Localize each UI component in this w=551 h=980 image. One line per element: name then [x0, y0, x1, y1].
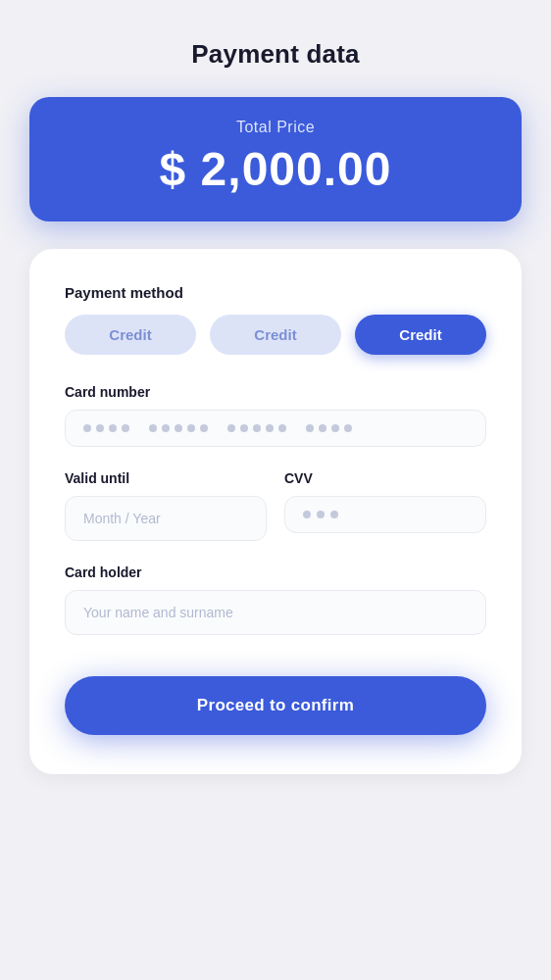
dot — [109, 424, 117, 432]
card-dots-group4 — [306, 424, 352, 432]
dot — [319, 424, 326, 432]
dot — [83, 424, 91, 432]
card-number-label: Card number — [65, 384, 486, 400]
payment-method-row: Credit Credit Credit — [65, 315, 486, 355]
method-button-credit3[interactable]: Credit — [355, 315, 486, 355]
page-title: Payment data — [191, 39, 359, 70]
method-button-credit1[interactable]: Credit — [65, 315, 196, 355]
dot — [96, 424, 104, 432]
dot — [306, 424, 314, 432]
total-price-label: Total Price — [59, 119, 492, 136]
dot — [330, 511, 338, 518]
card-number-dots[interactable] — [65, 410, 486, 447]
payment-method-label: Payment method — [65, 284, 486, 301]
dot — [149, 424, 157, 432]
dot — [303, 511, 311, 518]
card-number-field-group: Card number — [65, 384, 486, 447]
card-dots-group3 — [227, 424, 286, 432]
dot — [200, 424, 208, 432]
valid-cvv-row: Valid until CVV — [65, 470, 486, 564]
valid-until-field-group: Valid until — [65, 470, 267, 541]
dot — [278, 424, 286, 432]
card-holder-field-group: Card holder — [65, 564, 486, 635]
dot — [317, 511, 325, 518]
dot — [344, 424, 352, 432]
card-holder-input[interactable] — [65, 590, 486, 635]
dot — [266, 424, 274, 432]
confirm-button[interactable]: Proceed to confirm — [65, 676, 486, 735]
dot — [122, 424, 129, 432]
cvv-dots[interactable] — [284, 496, 486, 533]
dot — [187, 424, 195, 432]
card-dots-group1 — [83, 424, 129, 432]
valid-until-input[interactable] — [65, 496, 267, 541]
card-holder-label: Card holder — [65, 564, 486, 580]
dot — [175, 424, 182, 432]
dot — [240, 424, 248, 432]
total-price-card: Total Price $ 2,000.00 — [29, 97, 522, 221]
total-price-amount: $ 2,000.00 — [59, 142, 492, 196]
cvv-label: CVV — [284, 470, 486, 486]
card-dots-group2 — [149, 424, 208, 432]
valid-until-label: Valid until — [65, 470, 267, 486]
dot — [331, 424, 339, 432]
payment-form-card: Payment method Credit Credit Credit Card… — [29, 249, 522, 774]
dot — [162, 424, 170, 432]
method-button-credit2[interactable]: Credit — [210, 315, 341, 355]
dot — [227, 424, 235, 432]
cvv-field-group: CVV — [284, 470, 486, 541]
dot — [253, 424, 261, 432]
